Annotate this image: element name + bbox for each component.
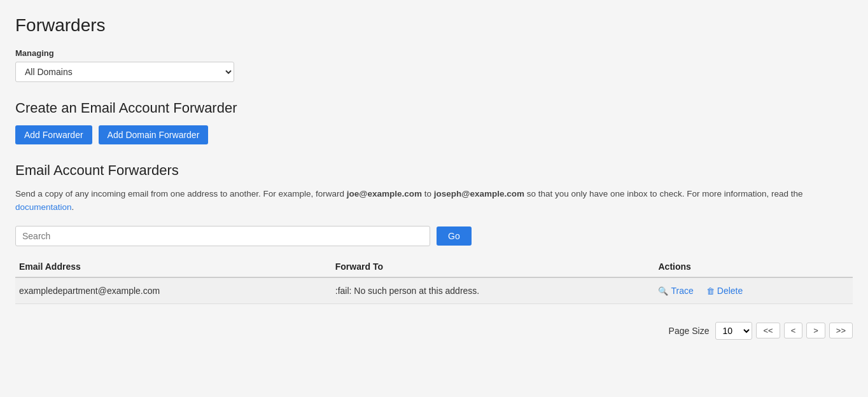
table-header-row: Email Address Forward To Actions: [15, 256, 853, 277]
create-section-title: Create an Email Account Forwarder: [15, 100, 853, 116]
create-section: Create an Email Account Forwarder Add Fo…: [15, 100, 853, 144]
managing-label: Managing: [15, 48, 853, 58]
last-page-button[interactable]: >>: [829, 323, 853, 338]
search-icon: [658, 286, 668, 296]
cell-forward-to: :fail: No such person at this address.: [332, 277, 655, 304]
managing-section: Managing All Domains: [15, 48, 853, 82]
go-button[interactable]: Go: [437, 226, 472, 246]
cell-actions: Trace Delete: [654, 277, 853, 304]
table-row: exampledepartment@example.com :fail: No …: [15, 277, 853, 304]
add-domain-forwarder-button[interactable]: Add Domain Forwarder: [99, 125, 209, 144]
forwarders-table: Email Address Forward To Actions example…: [15, 256, 853, 304]
col-email-address: Email Address: [15, 256, 332, 277]
page-title: Forwarders: [15, 15, 853, 36]
prev-page-button[interactable]: <: [784, 323, 803, 338]
trace-label: Trace: [671, 286, 693, 296]
first-page-button[interactable]: <<: [756, 323, 780, 338]
col-forward-to: Forward To: [332, 256, 655, 277]
forwarders-description: Send a copy of any incoming email from o…: [15, 188, 853, 214]
page-size-label: Page Size: [669, 326, 710, 336]
documentation-link[interactable]: documentation: [15, 202, 72, 212]
forwarders-section-title: Email Account Forwarders: [15, 162, 853, 179]
col-actions: Actions: [654, 256, 853, 277]
search-row: Go: [15, 226, 853, 246]
search-input[interactable]: [15, 226, 430, 246]
delete-link[interactable]: Delete: [706, 286, 743, 296]
add-forwarder-button[interactable]: Add Forwarder: [15, 125, 92, 144]
pagination-row: Page Size 10 25 50 100 << < > >>: [15, 322, 853, 340]
trash-icon: [706, 286, 715, 296]
managing-select[interactable]: All Domains: [15, 62, 234, 82]
delete-label: Delete: [717, 286, 743, 296]
forwarders-section: Email Account Forwarders Send a copy of …: [15, 162, 853, 304]
next-page-button[interactable]: >: [806, 323, 825, 338]
page-size-select[interactable]: 10 25 50 100: [715, 322, 752, 340]
cell-email: exampledepartment@example.com: [15, 277, 332, 304]
trace-link[interactable]: Trace: [658, 286, 693, 296]
